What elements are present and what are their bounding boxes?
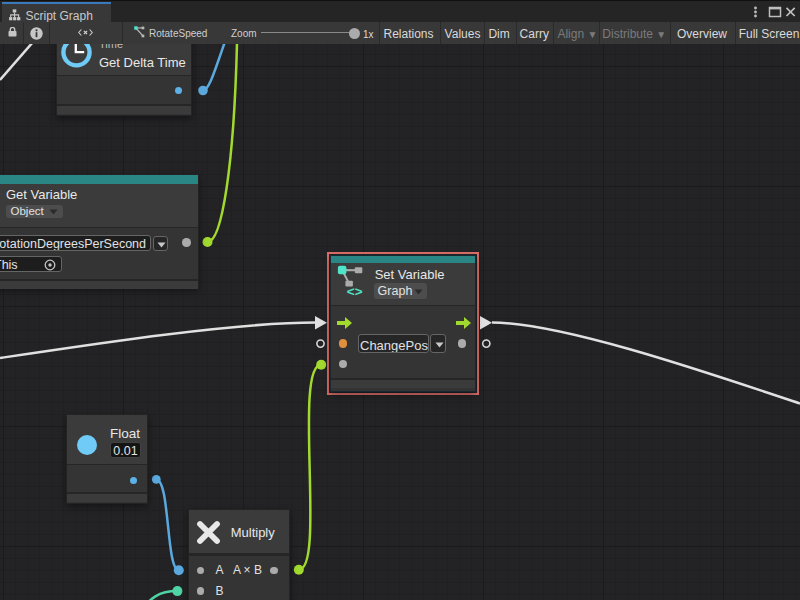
svg-text:<>: <>	[347, 284, 363, 299]
